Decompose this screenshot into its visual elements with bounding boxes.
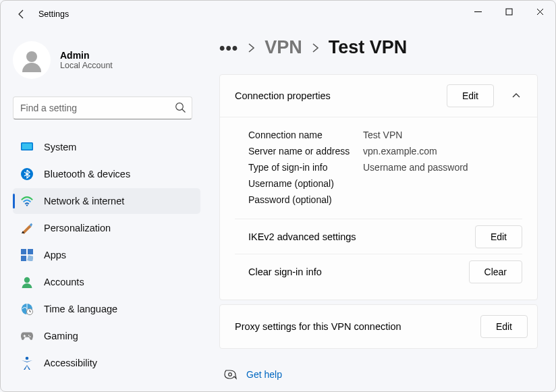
sidebar-item-label: Apps: [44, 250, 66, 260]
property-row: Username (optional): [248, 175, 522, 192]
sidebar-item-label: Gaming: [44, 331, 78, 341]
apps-icon: [21, 249, 33, 261]
maximize-button[interactable]: [493, 1, 524, 22]
svg-rect-1: [506, 9, 512, 15]
sidebar-item-system[interactable]: System: [13, 134, 200, 160]
sidebar-item-bluetooth[interactable]: Bluetooth & devices: [13, 161, 200, 187]
sidebar-item-accessibility[interactable]: Accessibility: [13, 350, 200, 376]
sidebar-item-label: Time & language: [44, 304, 117, 314]
nav-list: SystemBluetooth & devicesNetwork & inter…: [13, 134, 202, 377]
svg-point-22: [30, 336, 31, 337]
close-button[interactable]: [524, 1, 555, 22]
connection-properties-title: Connection properties: [235, 90, 447, 101]
property-row: Server name or addressvpn.example.com: [248, 143, 522, 159]
clear-signin-label: Clear sign-in info: [248, 267, 469, 277]
get-help-link[interactable]: Get help: [246, 369, 282, 380]
svg-point-21: [28, 335, 30, 336]
clear-signin-button[interactable]: Clear: [469, 260, 522, 283]
sidebar-item-apps[interactable]: Apps: [13, 242, 200, 268]
connection-properties-card: Connection properties Edit Connection na…: [219, 74, 538, 300]
property-row: Connection nameTest VPN: [248, 127, 522, 143]
property-list: Connection nameTest VPNServer name or ad…: [248, 127, 522, 208]
ikev2-edit-button[interactable]: Edit: [475, 225, 522, 248]
property-label: Username (optional): [248, 175, 363, 192]
sidebar-item-personalization[interactable]: Personalization: [13, 215, 200, 241]
ikev2-label: IKEv2 advanced settings: [248, 231, 475, 242]
proxy-settings-card: Proxy settings for this VPN connection E…: [219, 304, 538, 349]
svg-point-2: [26, 51, 37, 62]
sidebar-item-label: Bluetooth & devices: [44, 169, 130, 179]
main-content: ••• VPN Test VPN Connection properties E…: [202, 28, 555, 391]
breadcrumb-overflow[interactable]: •••: [219, 38, 238, 57]
get-help-row: Get help: [219, 368, 538, 381]
svg-point-24: [229, 373, 232, 376]
connection-properties-edit-button[interactable]: Edit: [447, 84, 494, 107]
breadcrumb-parent[interactable]: VPN: [265, 37, 302, 58]
svg-rect-11: [21, 256, 26, 261]
property-value: Test VPN: [363, 127, 402, 143]
minimize-button[interactable]: [462, 1, 493, 22]
breadcrumb-current: Test VPN: [329, 37, 408, 58]
sidebar-item-label: Accessibility: [44, 358, 97, 368]
back-button[interactable]: [14, 7, 29, 22]
search-input[interactable]: [13, 96, 192, 119]
chevron-right-icon: [248, 43, 255, 53]
property-value: Username and password: [363, 159, 468, 175]
property-label: Server name or address: [248, 143, 363, 159]
svg-point-23: [26, 357, 29, 360]
network-icon: [21, 195, 33, 207]
bluetooth-icon: [21, 168, 33, 180]
window-controls: [462, 1, 555, 22]
svg-point-3: [176, 103, 184, 111]
sidebar-item-label: System: [44, 142, 76, 152]
svg-rect-6: [22, 144, 32, 150]
sidebar: Admin Local Account SystemBluetooth & de…: [1, 28, 202, 391]
sidebar-item-gaming[interactable]: Gaming: [13, 323, 200, 349]
user-block[interactable]: Admin Local Account: [13, 41, 202, 79]
property-value: vpn.example.com: [363, 143, 437, 159]
help-icon: [223, 368, 237, 381]
gaming-icon: [21, 330, 33, 342]
property-row: Password (optional): [248, 192, 522, 208]
accessibility-icon: [21, 357, 33, 369]
search-icon: [175, 102, 186, 113]
svg-rect-9: [21, 249, 26, 254]
collapse-button[interactable]: [505, 84, 528, 107]
svg-rect-10: [28, 249, 33, 254]
user-subtext: Local Account: [60, 61, 113, 70]
sidebar-item-label: Network & internet: [44, 196, 124, 206]
personalization-icon: [21, 222, 33, 234]
property-row: Type of sign-in infoUsername and passwor…: [248, 159, 522, 175]
time-icon: [21, 303, 33, 315]
proxy-edit-button[interactable]: Edit: [480, 315, 528, 338]
svg-rect-12: [27, 255, 33, 261]
property-label: Type of sign-in info: [248, 159, 363, 175]
avatar: [13, 41, 51, 79]
svg-point-13: [24, 277, 30, 283]
sidebar-item-label: Accounts: [44, 277, 84, 287]
sidebar-item-time[interactable]: Time & language: [13, 296, 200, 322]
svg-point-8: [26, 204, 28, 206]
breadcrumb: ••• VPN Test VPN: [219, 37, 538, 58]
user-name: Admin: [60, 50, 113, 61]
system-icon: [21, 141, 33, 153]
sidebar-item-network[interactable]: Network & internet: [13, 188, 200, 214]
chevron-right-icon: [312, 43, 319, 53]
sidebar-item-label: Personalization: [44, 223, 111, 233]
property-label: Connection name: [248, 127, 363, 143]
svg-line-4: [182, 109, 186, 113]
property-label: Password (optional): [248, 192, 363, 208]
window-title: Settings: [38, 9, 69, 19]
accounts-icon: [21, 276, 33, 288]
proxy-settings-title: Proxy settings for this VPN connection: [235, 321, 480, 332]
sidebar-item-accounts[interactable]: Accounts: [13, 269, 200, 295]
